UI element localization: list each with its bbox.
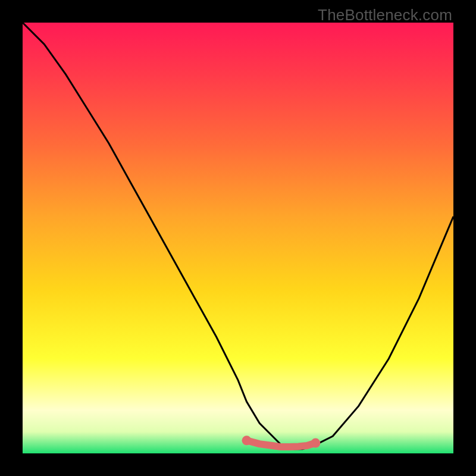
plot-area <box>23 23 453 453</box>
optimal-range-end-dot <box>311 439 320 448</box>
optimal-range-line <box>247 440 316 447</box>
optimal-range-end-dot <box>242 436 252 445</box>
bottleneck-curve <box>23 23 453 449</box>
curve-svg <box>23 23 453 453</box>
chart-frame: TheBottleneck.com <box>0 0 476 476</box>
optimal-range-marker-group <box>242 436 321 447</box>
watermark-text: TheBottleneck.com <box>318 6 452 24</box>
